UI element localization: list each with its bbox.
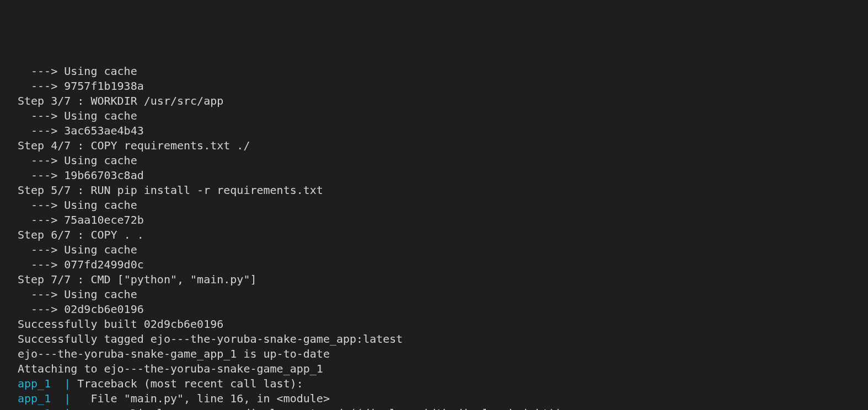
terminal-line: ---> 9757f1b1938a xyxy=(0,79,868,94)
log-body: Traceback (most recent call last): xyxy=(71,377,303,390)
terminal-line: Step 7/7 : CMD ["python", "main.py"] xyxy=(0,272,868,287)
terminal-line: ---> Using cache xyxy=(0,64,868,79)
terminal-line: Attaching to ejo---the-yoruba-snake-game… xyxy=(0,362,868,376)
log-line: app_1 | Traceback (most recent call last… xyxy=(0,376,868,391)
log-body: gameDisplay = pygame.display.set_mode((d… xyxy=(71,407,562,410)
terminal-line: ---> Using cache xyxy=(0,153,868,168)
terminal-line: Step 3/7 : WORKDIR /usr/src/app xyxy=(0,94,868,109)
terminal-line: ejo---the-yoruba-snake-game_app_1 is up-… xyxy=(0,347,868,362)
log-line: app_1 | gameDisplay = pygame.display.set… xyxy=(0,406,868,410)
terminal-line: Step 5/7 : RUN pip install -r requiremen… xyxy=(0,183,868,198)
terminal-line: Successfully tagged ejo---the-yoruba-sna… xyxy=(0,332,868,347)
log-line: app_1 | File "main.py", line 16, in <mod… xyxy=(0,391,868,406)
terminal-line: ---> 75aa10ece72b xyxy=(0,213,868,228)
log-prefix: app_1 | xyxy=(18,377,71,390)
terminal-line: ---> Using cache xyxy=(0,287,868,302)
log-prefix: app_1 | xyxy=(18,407,71,410)
log-body: File "main.py", line 16, in <module> xyxy=(71,392,330,405)
terminal-line: ---> 02d9cb6e0196 xyxy=(0,302,868,317)
terminal-line: ---> 077fd2499d0c xyxy=(0,257,868,272)
terminal-output[interactable]: ---> Using cache ---> 9757f1b1938aStep 3… xyxy=(0,64,868,410)
terminal-line: ---> Using cache xyxy=(0,109,868,123)
terminal-line: ---> Using cache xyxy=(0,198,868,213)
terminal-line: ---> 19b66703c8ad xyxy=(0,168,868,183)
terminal-line: Step 6/7 : COPY . . xyxy=(0,228,868,242)
terminal-line: ---> Using cache xyxy=(0,242,868,257)
terminal-line: ---> 3ac653ae4b43 xyxy=(0,123,868,138)
terminal-line: Step 4/7 : COPY requirements.txt ./ xyxy=(0,138,868,153)
terminal-line: Successfully built 02d9cb6e0196 xyxy=(0,317,868,332)
log-prefix: app_1 | xyxy=(18,392,71,405)
